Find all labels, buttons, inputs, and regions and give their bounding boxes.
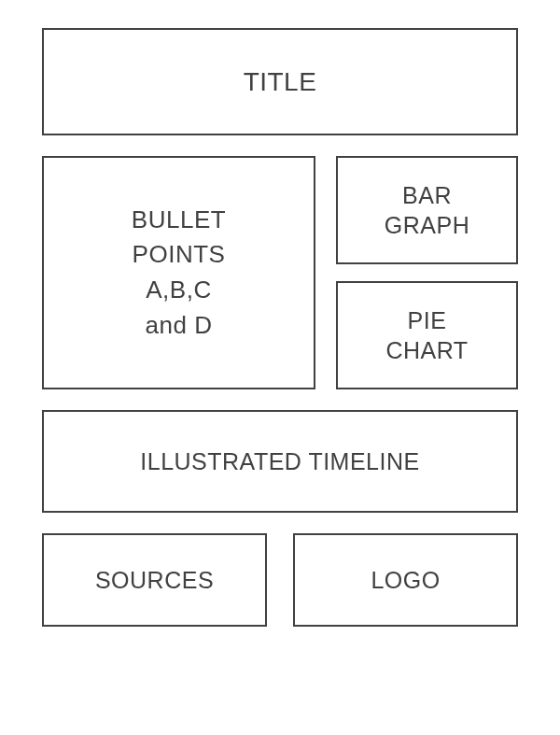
bar-line-1: BAR	[385, 180, 469, 211]
title-label: TITLE	[244, 67, 317, 97]
row-two: BULLET POINTS A,B,C and D BAR GRAPH PIE …	[42, 156, 518, 389]
pie-text-wrapper: PIE CHART	[385, 305, 468, 366]
pie-line-2: CHART	[385, 335, 468, 366]
bullet-line-2: POINTS	[132, 237, 226, 273]
timeline-block: ILLUSTRATED TIMELINE	[42, 410, 518, 513]
bar-text-wrapper: BAR GRAPH	[385, 180, 469, 241]
sources-block: SOURCES	[42, 533, 267, 627]
logo-label: LOGO	[371, 567, 440, 594]
sources-label: SOURCES	[95, 567, 214, 594]
right-column: BAR GRAPH PIE CHART	[336, 156, 518, 389]
bullet-line-3: A,B,C	[132, 273, 226, 308]
bar-graph-block: BAR GRAPH	[336, 156, 518, 264]
bar-line-2: GRAPH	[385, 210, 469, 241]
bullet-line-4: and D	[132, 308, 226, 344]
row-four: SOURCES LOGO	[42, 533, 518, 627]
pie-chart-block: PIE CHART	[336, 281, 518, 389]
logo-block: LOGO	[293, 533, 518, 627]
bullet-points-block: BULLET POINTS A,B,C and D	[42, 156, 315, 389]
timeline-label: ILLUSTRATED TIMELINE	[140, 448, 419, 475]
title-block: TITLE	[42, 28, 518, 135]
bullet-text-wrapper: BULLET POINTS A,B,C and D	[132, 203, 226, 344]
pie-line-1: PIE	[385, 305, 468, 336]
bullet-line-1: BULLET	[132, 203, 226, 238]
